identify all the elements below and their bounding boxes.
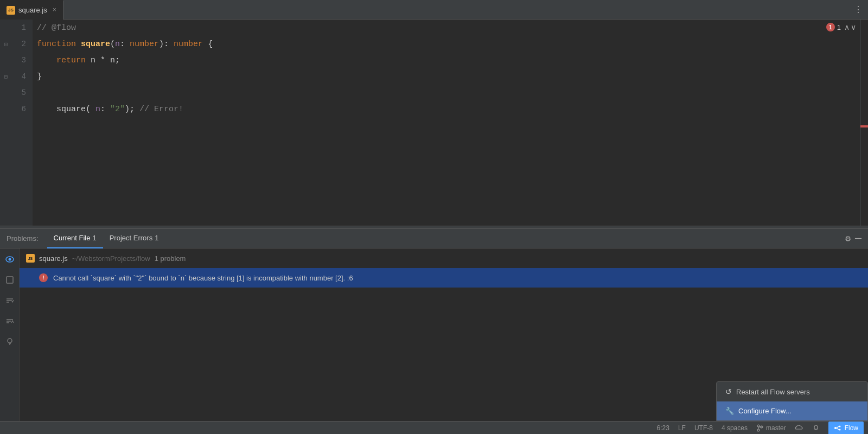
problems-label: Problems: [7, 234, 39, 242]
call-name [37, 105, 56, 114]
code-line-2: function square(n: number): number { [37, 36, 868, 52]
code-editor[interactable]: // @flow function square(n: number): num… [33, 20, 868, 226]
code-line-6: square( n: "2"); // Error! [37, 101, 868, 117]
error-count-number: 1 [837, 23, 841, 31]
wrench-icon: 🔧 [725, 407, 734, 415]
line-number-3: 3 [0, 52, 33, 68]
error-message: Cannot call `square` with `"2"` bound to… [53, 274, 353, 282]
file-problem-count: 1 problem [155, 254, 186, 263]
error-badge[interactable]: 1 1 [826, 23, 841, 31]
restart-flow-label: Restart all Flow servers [736, 388, 810, 396]
error-row[interactable]: ! Cannot call `square` with `"2"` bound … [20, 268, 868, 288]
keyword-return: return [37, 56, 91, 65]
configure-flow-label: Configure Flow... [738, 407, 792, 415]
cloud-icon-area[interactable] [795, 424, 803, 432]
error-icon: ! [39, 273, 48, 282]
more-tabs-button[interactable]: ⋮ [854, 4, 863, 15]
return-expr: n * n; [91, 56, 120, 65]
problems-actions: ⚙ — [845, 232, 861, 245]
file-tab-icon: JS [7, 6, 15, 15]
flow-button[interactable]: Flow [828, 422, 864, 435]
cloud-icon [795, 424, 803, 432]
sidebar-sort1-icon[interactable] [3, 294, 16, 307]
file-tab[interactable]: JS square.js × [0, 0, 63, 20]
code-line-4: } [37, 68, 868, 85]
file-icon: JS [26, 254, 35, 263]
prev-error-button[interactable]: ∧ [844, 23, 850, 31]
svg-point-1 [8, 258, 11, 261]
flow-button-label: Flow [845, 424, 858, 432]
configure-flow-item[interactable]: 🔧 Configure Flow... [717, 401, 867, 420]
problems-sidebar [0, 248, 20, 423]
nav-arrows: ∧ ∨ [844, 23, 856, 31]
sidebar-square-icon[interactable] [3, 273, 16, 286]
file-name: square.js [39, 254, 68, 263]
svg-line-21 [837, 428, 839, 430]
error-scroll-bar [860, 20, 868, 226]
brace-open: { [203, 40, 213, 49]
tab-current-file-badge: 1 [92, 234, 96, 242]
svg-point-17 [834, 427, 837, 429]
error-comment: // Error! [139, 105, 183, 114]
line-number-2: ⊟ 2 [0, 36, 33, 52]
line-ending[interactable]: LF [678, 424, 686, 432]
problems-header: Problems: Current File 1 Project Errors … [0, 229, 868, 248]
cursor-position[interactable]: 6:23 [657, 424, 669, 432]
editor-area: 1 1 ∧ ∨ 1 ⊟ 2 3 ⊟ 4 5 6 [0, 20, 868, 226]
svg-point-9 [8, 339, 12, 343]
paren-open: ( [110, 40, 115, 49]
svg-point-19 [839, 429, 840, 430]
encoding[interactable]: UTF-8 [694, 424, 713, 432]
tab-current-file-label: Current File [54, 234, 91, 242]
next-error-button[interactable]: ∨ [851, 23, 856, 31]
restart-flow-item[interactable]: ↺ Restart all Flow servers [717, 382, 867, 401]
space [91, 105, 95, 114]
code-line-1: // @flow [37, 20, 868, 36]
error-circle-icon: 1 [826, 23, 835, 31]
flow-logo-icon [834, 424, 841, 432]
vcs-icon [756, 424, 764, 432]
branch-name: master [766, 424, 786, 432]
return-type: number [174, 40, 203, 49]
svg-point-13 [757, 429, 760, 431]
line-number-5: 5 [0, 85, 33, 101]
file-path: ~/WebstormProjects/flow [72, 254, 150, 263]
keyword-function: function [37, 40, 81, 49]
minimize-icon[interactable]: — [855, 232, 861, 245]
sidebar-sort2-icon[interactable] [3, 315, 16, 328]
bell-icon-area[interactable] [812, 424, 820, 432]
settings-icon[interactable]: ⚙ [845, 233, 851, 244]
flow-popup-menu: ↺ Restart all Flow servers 🔧 Configure F… [716, 381, 868, 421]
colon-2: : [100, 105, 110, 114]
arg-label: n [95, 105, 100, 114]
call-close: ); [125, 105, 139, 114]
code-line-5 [37, 85, 868, 101]
code-line-3: return n * n; [37, 52, 868, 68]
string-arg: "2" [110, 105, 125, 114]
square-call: square( [56, 105, 91, 114]
line-number-1: 1 [0, 20, 33, 36]
problems-title-section: Problems: Current File 1 Project Errors … [7, 229, 165, 248]
line-number-gutter: 1 ⊟ 2 3 ⊟ 4 5 6 [0, 20, 33, 226]
tab-project-errors-label: Project Errors [110, 234, 152, 242]
file-row[interactable]: JS square.js ~/WebstormProjects/flow 1 p… [20, 248, 868, 268]
vcs-branch[interactable]: master [756, 424, 786, 432]
svg-point-18 [839, 425, 840, 427]
fold-icon-2[interactable]: ⊟ [2, 40, 10, 48]
function-name: square [81, 40, 110, 49]
sidebar-eye-icon[interactable] [3, 253, 16, 266]
colon-1: : [120, 40, 130, 49]
sidebar-bulb-icon[interactable] [3, 335, 16, 348]
tab-current-file[interactable]: Current File 1 [47, 229, 103, 248]
error-count-bar: 1 1 ∧ ∨ [822, 20, 860, 35]
tab-close-button[interactable]: × [53, 7, 56, 14]
param-n: n [115, 40, 120, 49]
indent-setting[interactable]: 4 spaces [722, 424, 748, 432]
svg-rect-2 [7, 277, 13, 283]
bell-icon [812, 424, 820, 432]
line-number-4: ⊟ 4 [0, 68, 33, 85]
restart-icon: ↺ [725, 387, 732, 396]
tab-project-errors[interactable]: Project Errors 1 [103, 229, 165, 248]
fold-icon-4[interactable]: ⊟ [2, 73, 10, 80]
file-tab-label: square.js [18, 6, 47, 14]
